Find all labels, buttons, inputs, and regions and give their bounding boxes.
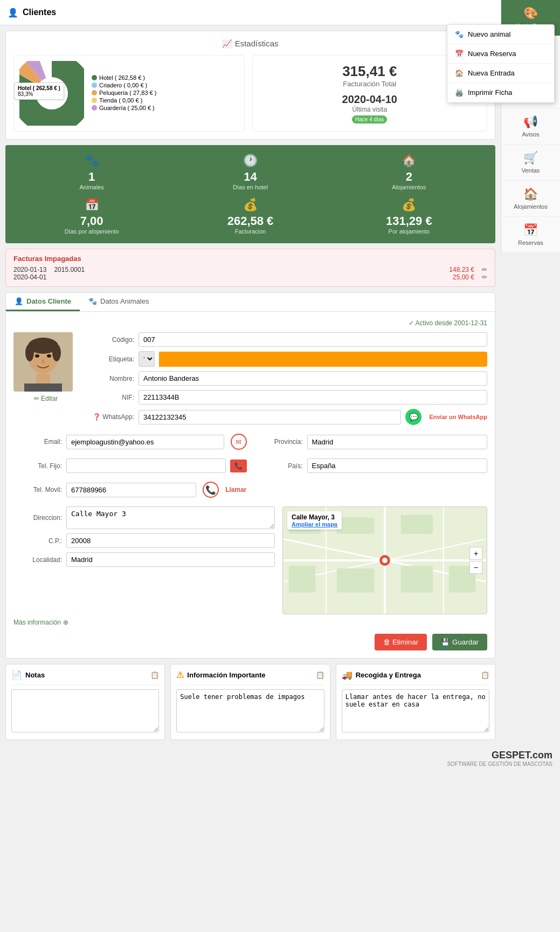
sidebar-item-alojamientos[interactable]: 🏠 Alojamientos	[501, 181, 560, 217]
whatsapp-label: ❓ WhatsApp:	[86, 413, 134, 421]
tab-datos-animales[interactable]: 🐾 Datos Animales	[80, 293, 157, 311]
svg-rect-23	[401, 515, 433, 534]
palette-icon: 🎨	[523, 6, 538, 20]
direccion-input[interactable]: Calle Mayor 3	[66, 506, 275, 529]
unpaid-edit-icon-2[interactable]: ✏	[482, 273, 487, 281]
whatsapp-button[interactable]: 💬	[405, 409, 421, 425]
trash-icon: 🗑	[383, 638, 390, 646]
dropdown-nueva-entrada-label: Nueva Entrada	[468, 69, 515, 77]
svg-point-10	[47, 354, 51, 358]
recogida-action-icon[interactable]: 📋	[481, 671, 489, 679]
avatar-col: ✏ Editar	[13, 332, 78, 429]
cp-label: C.P.:	[13, 537, 62, 545]
etiqueta-color[interactable]	[159, 352, 487, 367]
dropdown-imprimir-ficha-label: Imprimir Ficha	[468, 88, 512, 97]
dropdown-imprimir-ficha[interactable]: 🖨️ Imprimir Ficha	[447, 83, 554, 102]
pais-input[interactable]	[307, 458, 488, 473]
direccion-label: Direccion:	[13, 514, 62, 522]
card-info-title: Información Importante	[187, 671, 265, 679]
info-importante-textarea[interactable]: Suele tener problemas de impagos	[176, 689, 324, 732]
card-notas: 📄 Notas 📋	[5, 664, 165, 740]
email-send-icon[interactable]: ✉	[236, 438, 241, 446]
unpaid-edit-icon-1[interactable]: ✏	[482, 266, 487, 273]
form-row-whatsapp: ❓ WhatsApp: 💬 Enviar un WhatsApp	[86, 409, 487, 425]
cp-input[interactable]	[66, 533, 275, 548]
info-action-icon[interactable]: 📋	[316, 671, 324, 679]
tel-fijo-call-btn[interactable]: 📞	[230, 460, 247, 472]
codigo-input[interactable]	[139, 332, 487, 347]
tel-fijo-input[interactable]	[66, 458, 226, 473]
svg-point-7	[25, 344, 34, 361]
unpaid-section: Facturas Impagadas 2020-01-13 2015.0001 …	[5, 249, 495, 287]
card-recogida-title: Recogida y Entrega	[356, 671, 421, 679]
paw-icon: 🐾	[88, 297, 97, 305]
home-icon: 🏠	[455, 69, 464, 77]
chart-panel: Hotel ( 262,58 € ) 83,3% Hotel ( 262,58 …	[13, 55, 245, 132]
provincia-input[interactable]	[307, 435, 488, 449]
animales-value: 1	[16, 170, 167, 184]
por-aloj-value: 131,29 €	[334, 214, 485, 228]
form-row-tel-fijo: Tel. Fijo: 📞	[13, 458, 247, 473]
map-container: Calle Mayor, 3 Ampliar el mapa + −	[282, 506, 487, 614]
card-notas-title: Notas	[25, 671, 45, 679]
billing-sublabel: Última visita	[260, 106, 480, 113]
unpaid-title: Facturas Impagadas	[13, 255, 487, 263]
nombre-input[interactable]	[139, 371, 487, 386]
dropdown-nuevo-animal[interactable]: 🐾 Nuevo animal	[447, 25, 554, 44]
recogida-textarea[interactable]: Llamar antes de hacer la entrega, no sue…	[342, 689, 489, 732]
form-row-codigo: Código:	[86, 332, 487, 347]
dias-aloj-label: Días por alojamiento	[16, 228, 167, 235]
card-notas-header: 📄 Notas 📋	[11, 670, 159, 685]
delete-button[interactable]: 🗑 Eliminar	[375, 634, 427, 650]
svg-point-9	[35, 354, 39, 358]
map-zoom-out[interactable]: −	[469, 561, 482, 574]
legend-hotel: Hotel ( 262,58 € )	[92, 74, 156, 81]
email-input[interactable]	[66, 435, 224, 449]
stat-alojamientos: 🏠 2 Alojamientos	[334, 154, 485, 190]
map-link[interactable]: Ampliar el mapa	[292, 521, 337, 527]
calendar-icon: 📅	[455, 50, 464, 58]
por-aloj-label: Por alojamiento	[334, 228, 485, 235]
reservas-calendar-icon: 📅	[523, 223, 538, 237]
tel-movil-call-circle[interactable]: 📞	[203, 482, 219, 498]
notas-textarea[interactable]	[11, 689, 159, 732]
map-address: Calle Mayor, 3	[292, 513, 337, 521]
stats-title: 📈 Estadísticas	[13, 39, 487, 49]
sidebar-item-ventas[interactable]: 🛒 Ventas	[501, 145, 560, 181]
nif-label: NIF:	[86, 394, 134, 401]
stats-section: 📈 Estadísticas Hotel ( 262,58 € ) 83,3%	[5, 31, 495, 140]
alojamientos-value: 2	[334, 170, 485, 184]
notas-action-icon[interactable]: 📋	[150, 671, 159, 679]
save-button[interactable]: 💾 Guardar	[432, 634, 487, 650]
etiqueta-select[interactable]: ▼	[139, 351, 155, 367]
edit-link[interactable]: ✏ Editar	[13, 395, 78, 402]
svg-rect-25	[337, 568, 374, 593]
tel-movil-call-btn[interactable]: 📞	[205, 485, 216, 495]
sidebar-item-avisos[interactable]: 📢 Avisos	[501, 108, 560, 145]
nif-input[interactable]	[139, 390, 487, 405]
green-stats: 🐾 1 Animales 🕐 14 Días en hotel 🏠 2 Aloj…	[5, 145, 495, 243]
form-row-provincia: Provincia:	[254, 434, 488, 450]
card-recogida-header: 🚚 Recogida y Entrega 📋	[342, 670, 489, 685]
nombre-label: Nombre:	[86, 375, 134, 382]
whatsapp-input[interactable]	[139, 410, 401, 424]
clock-icon: 🕐	[175, 154, 326, 168]
tab-datos-cliente[interactable]: 👤 Datos Cliente	[6, 293, 80, 311]
mas-info-link[interactable]: Más información ⊕	[13, 619, 68, 626]
header-left: 👤 Clientes	[8, 8, 56, 18]
map-zoom-controls: + −	[469, 547, 482, 574]
warning-icon: ⚠	[176, 670, 184, 680]
tel-movil-input[interactable]	[66, 483, 196, 497]
sidebar-item-reservas[interactable]: 📅 Reservas	[501, 217, 560, 253]
dias-hotel-label: Días en hotel	[175, 184, 326, 190]
billing-badge: Hace 4 días	[352, 115, 387, 124]
dropdown-nueva-entrada[interactable]: 🏠 Nueva Entrada	[447, 64, 554, 83]
email-send-circle[interactable]: ✉	[231, 434, 247, 450]
money2-icon: 💰	[334, 198, 485, 212]
facturacion-label: Facturacion	[175, 228, 326, 235]
sidebar-avisos-label: Avisos	[522, 131, 539, 138]
dropdown-nueva-reserva[interactable]: 📅 Nueva Reserva	[447, 44, 554, 64]
fields-col: Código: Etiqueta: ▼ Nombre:	[86, 332, 487, 429]
localidad-input[interactable]	[66, 552, 275, 567]
map-zoom-in[interactable]: +	[469, 547, 482, 560]
